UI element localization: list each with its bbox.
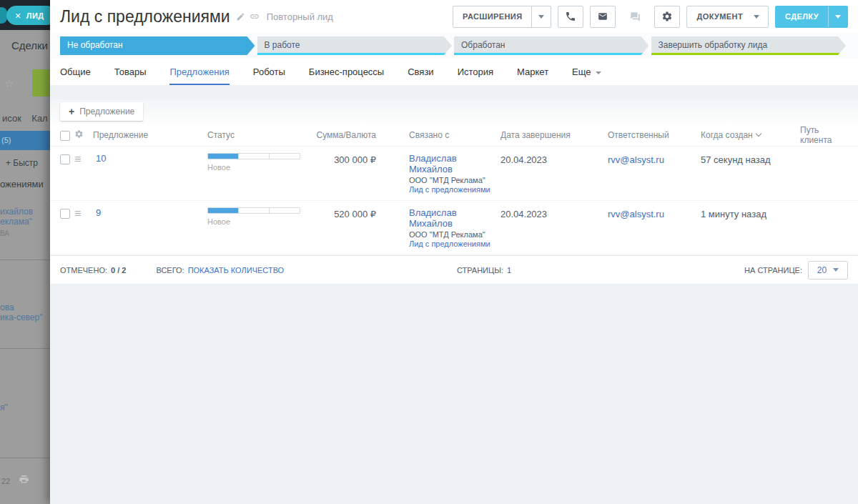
- lead-stage-bar: Не обработан В работе Обработан Завершит…: [50, 33, 858, 59]
- chevron-down-icon: [833, 268, 839, 272]
- lead-slider-tab[interactable]: × ЛИД: [6, 6, 50, 25]
- stage-underline: [454, 53, 649, 55]
- tab-market[interactable]: Маркет: [517, 66, 548, 85]
- chevron-down-icon: [538, 15, 544, 19]
- add-quote-button[interactable]: + Предложение: [60, 102, 143, 121]
- finish-date-cell: 20.04.2023: [500, 154, 608, 165]
- kanban-card2-company-fragment: ика-север": [0, 312, 42, 322]
- stage-processed[interactable]: Обработан: [454, 36, 649, 55]
- related-cell: Владислав Михайлов ООО "МТД Реклама" Лид…: [379, 207, 500, 248]
- chevron-down-icon: [835, 15, 841, 19]
- row-menu-icon[interactable]: ≡: [74, 208, 93, 219]
- chat-bubbles-icon: [629, 11, 641, 22]
- stage-underline: [257, 53, 453, 55]
- kanban-card2-contact-fragment: ова: [0, 302, 14, 312]
- create-deal-button[interactable]: СДЕЛКУ: [775, 6, 848, 28]
- pages-value: 1: [507, 266, 511, 275]
- pages-label: СТРАНИЦЫ:: [457, 266, 503, 275]
- col-created[interactable]: Когда создан: [701, 130, 800, 140]
- created-cell: 57 секунд назад: [701, 154, 800, 165]
- chat-button[interactable]: [622, 6, 648, 28]
- table-row: ≡ 9 Новое 520 000 ₽ Владислав Михайлов О…: [50, 201, 858, 255]
- tab-more[interactable]: Еще: [572, 66, 601, 85]
- per-page-select[interactable]: 20: [808, 261, 848, 280]
- table-row: ≡ 10 Новое 300 000 ₽ Владислав Михайлов …: [50, 147, 858, 201]
- status-cell: Новое: [207, 153, 307, 172]
- col-client-path[interactable]: Путь клиента: [800, 125, 848, 145]
- column-settings-gear-icon[interactable]: [74, 129, 93, 139]
- per-page-value: 20: [817, 265, 827, 275]
- card-divider: [0, 348, 50, 349]
- kanban-counter-row: (5): [0, 131, 50, 150]
- phone-icon: [565, 11, 576, 22]
- lead-detail-slider: Лид с предложениями Повторный лид РАСШИР…: [50, 0, 858, 504]
- detail-tabs: Общие Товары Предложения Роботы Бизнес-п…: [50, 59, 858, 85]
- col-offer[interactable]: Предложение: [93, 130, 207, 140]
- header-actions: РАСШИРЕНИЯ: [453, 6, 848, 28]
- checked-label: ОТМЕЧЕНО:: [60, 266, 107, 275]
- tab-connections[interactable]: Связи: [408, 66, 433, 85]
- row-checkbox[interactable]: [60, 209, 70, 219]
- star-icon: ☆: [4, 77, 14, 90]
- extensions-dropdown-toggle[interactable]: [531, 6, 551, 27]
- close-icon[interactable]: ×: [15, 11, 21, 21]
- edit-pencil-icon[interactable]: [236, 12, 245, 21]
- tab-general[interactable]: Общие: [60, 66, 91, 85]
- tab-quotes[interactable]: Предложения: [169, 66, 229, 85]
- stage-label: В работе: [265, 40, 300, 50]
- responsible-link[interactable]: rvv@alsyst.ru: [608, 209, 664, 219]
- select-all-checkbox[interactable]: [60, 131, 70, 141]
- quotes-table: Предложение Статус Сумма/Валюта Связано …: [50, 124, 858, 255]
- kanban-card-contact-fragment: ихайлов: [0, 207, 33, 217]
- col-responsible[interactable]: Ответственный: [608, 130, 701, 140]
- table-header-row: Предложение Статус Сумма/Валюта Связано …: [50, 124, 858, 147]
- card-divider: [0, 260, 50, 260]
- col-finish-date[interactable]: Дата завершения: [500, 130, 608, 140]
- document-label: ДОКУМЕНТ: [687, 12, 752, 21]
- row-menu-icon[interactable]: ≡: [74, 154, 93, 165]
- extensions-button[interactable]: РАСШИРЕНИЯ: [453, 6, 551, 28]
- tab-history[interactable]: История: [458, 66, 493, 85]
- lead-link[interactable]: Лид с предложениями: [409, 239, 490, 248]
- quote-id-link[interactable]: 9: [96, 207, 101, 218]
- contact-link[interactable]: Владислав Михайлов: [409, 207, 457, 229]
- tab-business-processes[interactable]: Бизнес-процессы: [309, 66, 384, 85]
- status-progress-bar: [207, 153, 300, 159]
- kanban-count: (5): [0, 131, 50, 150]
- copy-link-icon[interactable]: [250, 11, 260, 21]
- view-switch-fragment: исок Кал: [2, 113, 48, 124]
- show-count-link[interactable]: ПОКАЗАТЬ КОЛИЧЕСТВО: [188, 266, 285, 275]
- col-related[interactable]: Связано с: [379, 130, 500, 140]
- email-button[interactable]: [590, 6, 616, 28]
- stage-finish-processing[interactable]: Завершить обработку лида: [651, 36, 847, 55]
- deal-label: СДЕЛКУ: [776, 12, 828, 21]
- contact-link[interactable]: Владислав Михайлов: [409, 153, 457, 174]
- kanban-card-meta-fragment: ВА: [0, 229, 9, 237]
- deal-dropdown-toggle[interactable]: [828, 6, 847, 27]
- col-status[interactable]: Статус: [207, 130, 307, 140]
- list-toolbar: + Предложение: [50, 99, 858, 124]
- stage-in-progress[interactable]: В работе: [257, 36, 453, 55]
- tab-products[interactable]: Товары: [114, 66, 147, 85]
- empty-content-area: [50, 284, 858, 504]
- chevron-down-icon: [596, 71, 601, 74]
- status-label: Новое: [207, 217, 307, 226]
- stage-not-processed[interactable]: Не обработан: [60, 36, 255, 55]
- quick-deal-fragment: + Быстр: [6, 158, 38, 168]
- kanban-card-company-fragment: еклама": [0, 217, 32, 227]
- settings-button[interactable]: [654, 6, 680, 28]
- printer-icon: [19, 474, 29, 485]
- kanban-footer-count: 22: [1, 477, 10, 485]
- tab-robots[interactable]: Роботы: [253, 66, 285, 85]
- quote-id-link[interactable]: 10: [96, 153, 106, 164]
- document-button[interactable]: ДОКУМЕНТ: [686, 6, 769, 28]
- responsible-link[interactable]: rvv@alsyst.ru: [608, 154, 664, 165]
- spacer: [50, 85, 858, 99]
- row-checkbox[interactable]: [60, 154, 70, 164]
- stage-label: Завершить обработку лида: [659, 40, 768, 50]
- col-sum[interactable]: Сумма/Валюта: [307, 130, 379, 140]
- envelope-icon: [597, 11, 608, 21]
- call-button[interactable]: [558, 6, 583, 28]
- sum-cell: 300 000 ₽: [307, 154, 379, 165]
- lead-link[interactable]: Лид с предложениями: [409, 185, 490, 194]
